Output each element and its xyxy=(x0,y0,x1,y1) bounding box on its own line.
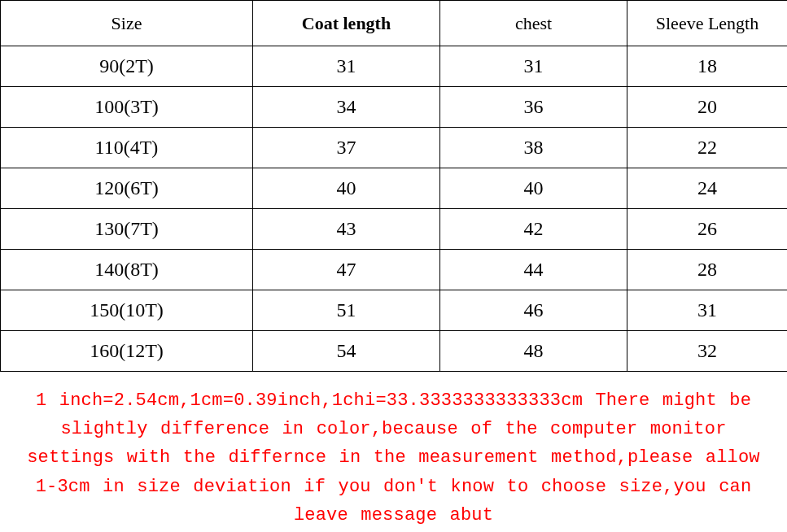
cell-sleeve-length: 31 xyxy=(627,290,788,331)
header-sleeve-length: Sleeve Length xyxy=(627,1,788,46)
cell-coat-length: 40 xyxy=(253,168,440,209)
table-row: 120(6T) 40 40 24 xyxy=(1,168,788,209)
cell-size: 100(3T) xyxy=(1,87,253,128)
cell-sleeve-length: 32 xyxy=(627,331,788,372)
size-chart-table: Size Coat length chest Sleeve Length 90(… xyxy=(0,0,787,372)
cell-coat-length: 47 xyxy=(253,250,440,290)
cell-sleeve-length: 26 xyxy=(627,209,788,250)
table-row: 150(10T) 51 46 31 xyxy=(1,290,788,331)
cell-coat-length: 37 xyxy=(253,128,440,168)
cell-size: 140(8T) xyxy=(1,250,253,290)
cell-size: 150(10T) xyxy=(1,290,253,331)
note-area: 1 inch=2.54cm,1cm=0.39inch,1chi=33.33333… xyxy=(0,372,787,530)
note-text: 1 inch=2.54cm,1cm=0.39inch,1chi=33.33333… xyxy=(16,386,771,530)
cell-chest: 42 xyxy=(440,209,627,250)
cell-sleeve-length: 24 xyxy=(627,168,788,209)
cell-chest: 40 xyxy=(440,168,627,209)
cell-size: 120(6T) xyxy=(1,168,253,209)
table-body: 90(2T) 31 31 18 100(3T) 34 36 20 110(4T)… xyxy=(1,46,788,372)
cell-sleeve-length: 18 xyxy=(627,46,788,87)
header-row: Size Coat length chest Sleeve Length xyxy=(1,1,788,46)
table-row: 160(12T) 54 48 32 xyxy=(1,331,788,372)
cell-coat-length: 43 xyxy=(253,209,440,250)
cell-chest: 36 xyxy=(440,87,627,128)
cell-sleeve-length: 28 xyxy=(627,250,788,290)
cell-sleeve-length: 20 xyxy=(627,87,788,128)
cell-size: 160(12T) xyxy=(1,331,253,372)
cell-chest: 44 xyxy=(440,250,627,290)
page-container: Size Coat length chest Sleeve Length 90(… xyxy=(0,0,787,532)
table-row: 110(4T) 37 38 22 xyxy=(1,128,788,168)
table-row: 140(8T) 47 44 28 xyxy=(1,250,788,290)
cell-chest: 31 xyxy=(440,46,627,87)
cell-chest: 48 xyxy=(440,331,627,372)
table-row: 90(2T) 31 31 18 xyxy=(1,46,788,87)
cell-chest: 38 xyxy=(440,128,627,168)
cell-coat-length: 51 xyxy=(253,290,440,331)
header-coat-length: Coat length xyxy=(253,1,440,46)
cell-chest: 46 xyxy=(440,290,627,331)
cell-size: 90(2T) xyxy=(1,46,253,87)
header-size: Size xyxy=(1,1,253,46)
table-row: 100(3T) 34 36 20 xyxy=(1,87,788,128)
cell-size: 110(4T) xyxy=(1,128,253,168)
cell-sleeve-length: 22 xyxy=(627,128,788,168)
table-row: 130(7T) 43 42 26 xyxy=(1,209,788,250)
cell-size: 130(7T) xyxy=(1,209,253,250)
cell-coat-length: 31 xyxy=(253,46,440,87)
header-chest: chest xyxy=(440,1,627,46)
cell-coat-length: 34 xyxy=(253,87,440,128)
cell-coat-length: 54 xyxy=(253,331,440,372)
table-header: Size Coat length chest Sleeve Length xyxy=(1,1,788,46)
